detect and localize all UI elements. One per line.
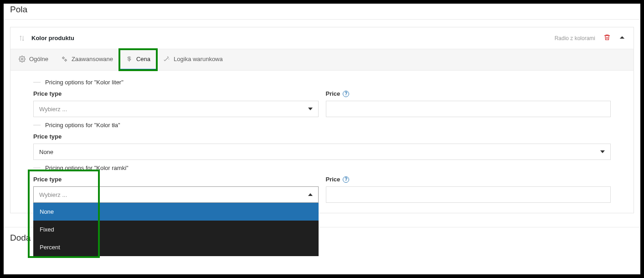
- gear-icon: [19, 56, 26, 62]
- help-icon[interactable]: ?: [343, 91, 349, 97]
- legend-line-icon: [33, 82, 41, 82]
- chevron-down-icon: [600, 150, 605, 153]
- select-placeholder: Wybierz ...: [39, 191, 67, 198]
- legend-text: Pricing options for "Kolor tła": [45, 122, 120, 129]
- price-label: Price ?: [326, 90, 611, 97]
- price-type-label: Price type: [33, 176, 319, 183]
- field-panel-header: Kolor produktu Radio z kolorami: [10, 27, 634, 49]
- svg-point-2: [65, 59, 66, 61]
- price-type-label: Price type: [33, 90, 319, 97]
- price-type-select[interactable]: Wybierz ...: [33, 101, 319, 117]
- legend-text: Pricing options for "Kolor liter": [45, 79, 124, 86]
- price-label-text: Price: [326, 90, 340, 97]
- legend-text: Pricing options for "Kolor ramki": [45, 165, 129, 171]
- drag-handle-icon[interactable]: [19, 35, 25, 41]
- price-type-dropdown: None Fixed Percent: [33, 203, 319, 256]
- section-legend: Pricing options for "Kolor ramki": [33, 165, 611, 171]
- tab-conditional-logic[interactable]: Logika warunkowa: [157, 49, 229, 70]
- tab-label: Logika warunkowa: [174, 56, 223, 62]
- select-value: None: [39, 149, 53, 155]
- tab-label: Zaawansowane: [72, 56, 113, 62]
- price-input[interactable]: [326, 186, 611, 203]
- chevron-down-icon: [308, 108, 313, 110]
- legend-line-icon: [33, 125, 41, 125]
- select-placeholder: Wybierz ...: [39, 106, 67, 113]
- delete-field-button[interactable]: [603, 34, 611, 42]
- app-root: Pola Kolor produktu Radio z kolorami Ogó…: [4, 4, 640, 274]
- price-type-label: Price type: [33, 133, 611, 140]
- tab-label: Cena: [136, 56, 150, 62]
- svg-point-0: [21, 58, 23, 60]
- pricing-section-kolor-tla: Pricing options for "Kolor tła" Price ty…: [10, 122, 634, 160]
- tab-label: Ogólne: [29, 56, 48, 62]
- magic-icon: [163, 56, 170, 62]
- price-label-text: Price: [326, 176, 340, 183]
- tab-general[interactable]: Ogólne: [12, 49, 55, 70]
- price-type-select[interactable]: None: [33, 144, 611, 160]
- gears-icon: [61, 56, 68, 62]
- dropdown-option-percent[interactable]: Percent: [33, 238, 319, 256]
- pricing-section-kolor-liter: Pricing options for "Kolor liter" Price …: [10, 79, 634, 117]
- legend-line-icon: [33, 168, 41, 168]
- field-tabs: Ogólne Zaawansowane Cena Logika warunkow…: [10, 49, 634, 71]
- section-legend: Pricing options for "Kolor liter": [33, 79, 611, 86]
- tab-advanced[interactable]: Zaawansowane: [55, 49, 119, 70]
- field-panel: Kolor produktu Radio z kolorami Ogólne Z…: [10, 27, 634, 213]
- price-input[interactable]: [326, 101, 611, 117]
- price-type-select-open[interactable]: Wybierz ...: [33, 186, 319, 203]
- page-title: Pola: [4, 4, 640, 20]
- dollar-icon: [126, 56, 133, 62]
- collapse-field-button[interactable]: [619, 34, 625, 42]
- help-icon[interactable]: ?: [343, 176, 349, 183]
- tab-price[interactable]: Cena: [119, 49, 157, 70]
- dropdown-option-fixed[interactable]: Fixed: [33, 221, 319, 238]
- section-legend: Pricing options for "Kolor tła": [33, 122, 611, 129]
- pricing-section-kolor-ramki: Pricing options for "Kolor ramki" Price …: [10, 165, 634, 203]
- field-title: Kolor produktu: [31, 35, 74, 41]
- dropdown-option-none[interactable]: None: [33, 203, 319, 221]
- price-label: Price ?: [326, 176, 611, 183]
- svg-point-1: [62, 57, 64, 58]
- field-header-actions: Radio z kolorami: [555, 34, 625, 42]
- field-type-badge: Radio z kolorami: [555, 35, 595, 41]
- chevron-up-icon: [308, 193, 313, 196]
- tab-body-price: Pricing options for "Kolor liter" Price …: [10, 71, 634, 213]
